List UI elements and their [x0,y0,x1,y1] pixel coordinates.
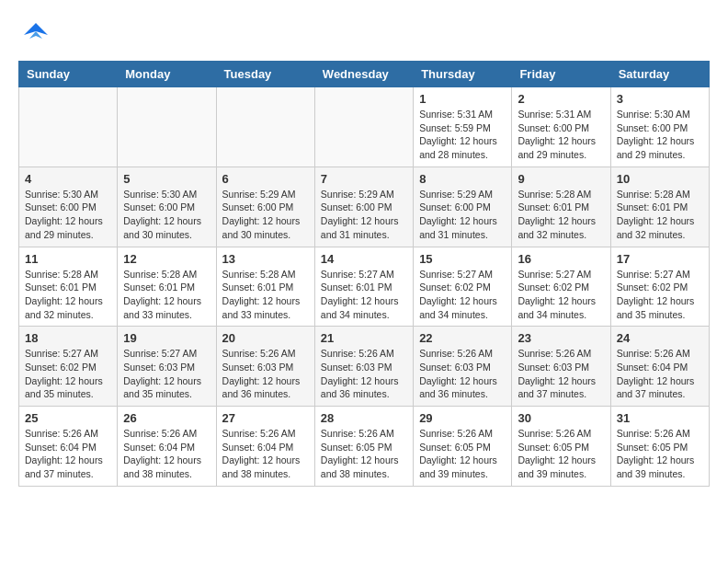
calendar-table: SundayMondayTuesdayWednesdayThursdayFrid… [18,61,710,487]
day-info: Sunrise: 5:29 AM Sunset: 6:00 PM Dayligh… [419,188,506,242]
day-info: Sunrise: 5:26 AM Sunset: 6:04 PM Dayligh… [222,427,309,481]
day-cell: 12Sunrise: 5:28 AM Sunset: 6:01 PM Dayli… [118,247,216,327]
day-info: Sunrise: 5:26 AM Sunset: 6:05 PM Dayligh… [321,427,407,481]
day-info: Sunrise: 5:27 AM Sunset: 6:02 PM Dayligh… [25,347,111,401]
day-info: Sunrise: 5:26 AM Sunset: 6:04 PM Dayligh… [123,427,210,481]
day-info: Sunrise: 5:26 AM Sunset: 6:03 PM Dayligh… [321,347,407,401]
day-cell: 22Sunrise: 5:26 AM Sunset: 6:03 PM Dayli… [414,327,512,407]
day-info: Sunrise: 5:30 AM Sunset: 6:00 PM Dayligh… [123,188,210,242]
day-info: Sunrise: 5:26 AM Sunset: 6:03 PM Dayligh… [222,347,309,401]
header [18,18,710,52]
day-number: 11 [25,252,111,266]
day-number: 18 [25,331,111,345]
day-number: 1 [419,92,506,106]
day-cell: 18Sunrise: 5:27 AM Sunset: 6:02 PM Dayli… [19,327,118,407]
day-info: Sunrise: 5:28 AM Sunset: 6:01 PM Dayligh… [123,268,210,322]
day-cell: 11Sunrise: 5:28 AM Sunset: 6:01 PM Dayli… [19,247,118,327]
day-number: 22 [419,331,506,345]
day-number: 14 [321,252,407,266]
day-number: 12 [123,252,210,266]
week-row-4: 18Sunrise: 5:27 AM Sunset: 6:02 PM Dayli… [19,327,710,407]
day-info: Sunrise: 5:28 AM Sunset: 6:01 PM Dayligh… [25,268,111,322]
day-number: 2 [518,92,604,106]
day-number: 25 [25,411,111,425]
day-cell: 17Sunrise: 5:27 AM Sunset: 6:02 PM Dayli… [610,247,709,327]
day-info: Sunrise: 5:27 AM Sunset: 6:01 PM Dayligh… [321,268,407,322]
day-info: Sunrise: 5:27 AM Sunset: 6:02 PM Dayligh… [617,268,703,322]
day-info: Sunrise: 5:26 AM Sunset: 6:04 PM Dayligh… [25,427,111,481]
day-info: Sunrise: 5:29 AM Sunset: 6:00 PM Dayligh… [321,188,407,242]
day-cell: 19Sunrise: 5:27 AM Sunset: 6:03 PM Dayli… [118,327,216,407]
day-number: 20 [222,331,309,345]
col-header-sunday: Sunday [19,62,118,87]
day-info: Sunrise: 5:29 AM Sunset: 6:00 PM Dayligh… [222,188,309,242]
day-number: 9 [518,172,604,186]
day-cell: 16Sunrise: 5:27 AM Sunset: 6:02 PM Dayli… [512,247,610,327]
day-cell: 25Sunrise: 5:26 AM Sunset: 6:04 PM Dayli… [19,407,118,487]
day-cell: 4Sunrise: 5:30 AM Sunset: 6:00 PM Daylig… [19,167,118,247]
day-number: 8 [419,172,506,186]
day-number: 6 [222,172,309,186]
day-info: Sunrise: 5:26 AM Sunset: 6:05 PM Dayligh… [419,427,506,481]
day-cell: 9Sunrise: 5:28 AM Sunset: 6:01 PM Daylig… [512,167,610,247]
day-number: 28 [321,411,407,425]
day-number: 16 [518,252,604,266]
day-cell: 8Sunrise: 5:29 AM Sunset: 6:00 PM Daylig… [414,167,512,247]
day-info: Sunrise: 5:27 AM Sunset: 6:02 PM Dayligh… [518,268,604,322]
day-number: 31 [617,411,703,425]
day-info: Sunrise: 5:26 AM Sunset: 6:05 PM Dayligh… [617,427,703,481]
day-cell: 31Sunrise: 5:26 AM Sunset: 6:05 PM Dayli… [610,407,709,487]
col-header-wednesday: Wednesday [314,62,413,87]
day-number: 3 [617,92,703,106]
day-cell: 1Sunrise: 5:31 AM Sunset: 5:59 PM Daylig… [414,87,512,167]
day-cell [216,87,314,167]
week-row-5: 25Sunrise: 5:26 AM Sunset: 6:04 PM Dayli… [19,407,710,487]
col-header-friday: Friday [512,62,610,87]
day-number: 4 [25,172,111,186]
day-number: 10 [617,172,703,186]
day-info: Sunrise: 5:30 AM Sunset: 6:00 PM Dayligh… [617,108,703,162]
day-info: Sunrise: 5:27 AM Sunset: 6:03 PM Dayligh… [123,347,210,401]
day-info: Sunrise: 5:30 AM Sunset: 6:00 PM Dayligh… [25,188,111,242]
day-cell: 30Sunrise: 5:26 AM Sunset: 6:05 PM Dayli… [512,407,610,487]
col-header-monday: Monday [118,62,216,87]
col-header-thursday: Thursday [414,62,512,87]
day-cell: 6Sunrise: 5:29 AM Sunset: 6:00 PM Daylig… [216,167,314,247]
day-number: 21 [321,331,407,345]
logo [18,18,50,52]
day-number: 23 [518,331,604,345]
day-info: Sunrise: 5:26 AM Sunset: 6:03 PM Dayligh… [419,347,506,401]
day-cell [314,87,413,167]
col-header-tuesday: Tuesday [216,62,314,87]
day-number: 27 [222,411,309,425]
day-cell: 24Sunrise: 5:26 AM Sunset: 6:04 PM Dayli… [610,327,709,407]
day-cell [118,87,216,167]
day-cell: 14Sunrise: 5:27 AM Sunset: 6:01 PM Dayli… [314,247,413,327]
week-row-3: 11Sunrise: 5:28 AM Sunset: 6:01 PM Dayli… [19,247,710,327]
day-cell: 13Sunrise: 5:28 AM Sunset: 6:01 PM Dayli… [216,247,314,327]
day-cell: 10Sunrise: 5:28 AM Sunset: 6:01 PM Dayli… [610,167,709,247]
day-number: 15 [419,252,506,266]
day-cell: 20Sunrise: 5:26 AM Sunset: 6:03 PM Dayli… [216,327,314,407]
day-info: Sunrise: 5:26 AM Sunset: 6:04 PM Dayligh… [617,347,703,401]
day-cell: 26Sunrise: 5:26 AM Sunset: 6:04 PM Dayli… [118,407,216,487]
day-cell: 27Sunrise: 5:26 AM Sunset: 6:04 PM Dayli… [216,407,314,487]
day-cell: 28Sunrise: 5:26 AM Sunset: 6:05 PM Dayli… [314,407,413,487]
day-info: Sunrise: 5:28 AM Sunset: 6:01 PM Dayligh… [617,188,703,242]
day-info: Sunrise: 5:26 AM Sunset: 6:03 PM Dayligh… [518,347,604,401]
day-cell: 5Sunrise: 5:30 AM Sunset: 6:00 PM Daylig… [118,167,216,247]
day-cell: 23Sunrise: 5:26 AM Sunset: 6:03 PM Dayli… [512,327,610,407]
day-number: 29 [419,411,506,425]
day-info: Sunrise: 5:26 AM Sunset: 6:05 PM Dayligh… [518,427,604,481]
day-number: 26 [123,411,210,425]
day-number: 19 [123,331,210,345]
header-row: SundayMondayTuesdayWednesdayThursdayFrid… [19,62,710,87]
day-number: 5 [123,172,210,186]
col-header-saturday: Saturday [610,62,709,87]
day-info: Sunrise: 5:28 AM Sunset: 6:01 PM Dayligh… [222,268,309,322]
day-info: Sunrise: 5:27 AM Sunset: 6:02 PM Dayligh… [419,268,506,322]
day-info: Sunrise: 5:31 AM Sunset: 6:00 PM Dayligh… [518,108,604,162]
day-cell [19,87,118,167]
week-row-2: 4Sunrise: 5:30 AM Sunset: 6:00 PM Daylig… [19,167,710,247]
day-number: 24 [617,331,703,345]
